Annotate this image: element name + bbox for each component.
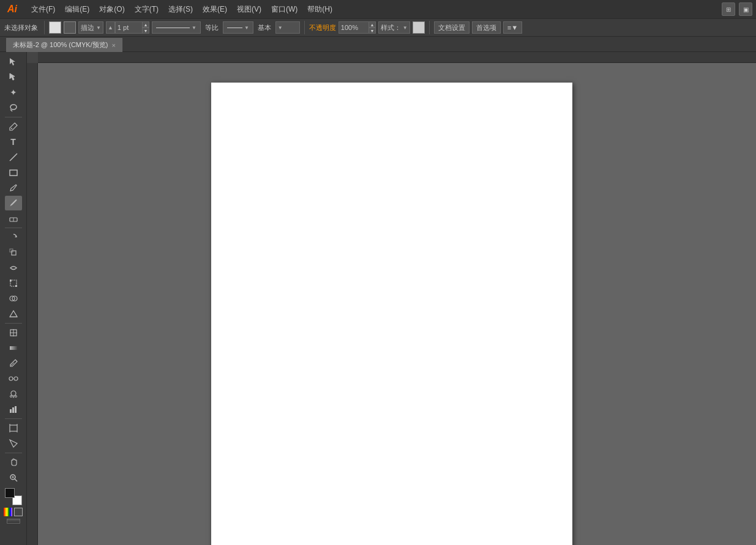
none-color-icon[interactable]	[14, 508, 23, 516]
workspace-switcher[interactable]: ▣	[739, 2, 752, 16]
tool-pen[interactable]	[5, 119, 22, 134]
title-bar-controls: ⊞ ▣	[722, 2, 752, 16]
color-area	[4, 488, 23, 524]
foreground-color-swatch[interactable]	[5, 488, 15, 498]
tool-rotate[interactable]	[5, 230, 22, 245]
menu-text[interactable]: 文字(T)	[130, 3, 163, 16]
svg-point-27	[11, 391, 16, 396]
tool-zoom[interactable]	[5, 470, 22, 485]
tab-title: 未标题-2 @ 100% (CMYK/预览)	[13, 40, 108, 50]
stroke-swatch[interactable]	[64, 21, 76, 34]
svg-point-28	[10, 396, 12, 398]
svg-point-30	[13, 396, 14, 398]
svg-line-23	[10, 363, 14, 366]
base-label: 基本	[256, 23, 273, 32]
tool-lasso[interactable]	[5, 100, 22, 115]
tool-pencil[interactable]	[5, 180, 22, 195]
menu-view[interactable]: 视图(V)	[233, 3, 266, 16]
svg-point-29	[15, 396, 17, 398]
stroke-dropdown[interactable]: 描边 ▼	[78, 21, 103, 34]
document-tab[interactable]: 未标题-2 @ 100% (CMYK/预览) ×	[6, 38, 122, 52]
tool-free-transform[interactable]	[5, 276, 22, 291]
svg-rect-34	[10, 425, 17, 431]
preferences-button[interactable]: 首选项	[472, 21, 501, 34]
tool-eyedropper[interactable]	[5, 356, 22, 371]
svg-rect-12	[15, 285, 17, 287]
tool-sep-4	[5, 418, 22, 419]
opacity-mode-dropdown[interactable]: 样式： ▼	[378, 21, 410, 34]
canvas-area[interactable]	[27, 52, 756, 545]
svg-line-1	[10, 109, 12, 111]
ruler-corner	[27, 52, 38, 63]
tool-column-graph[interactable]	[5, 402, 22, 417]
tool-perspective[interactable]	[5, 306, 22, 321]
tab-close-button[interactable]: ×	[111, 42, 115, 49]
svg-line-18	[13, 311, 17, 317]
menu-object[interactable]: 对象(O)	[95, 3, 129, 16]
stroke-weight-input[interactable]: 1 pt	[115, 21, 143, 34]
svg-rect-22	[10, 346, 17, 350]
tool-blend[interactable]	[5, 371, 22, 386]
tool-sep-1	[5, 117, 22, 117]
tool-scale[interactable]	[5, 245, 22, 260]
svg-point-24	[9, 377, 13, 380]
stroke-line-preview[interactable]: ▼	[152, 21, 201, 34]
tool-line[interactable]	[5, 150, 22, 165]
tool-sep-2	[5, 228, 22, 228]
stroke-weight-spinner[interactable]: ▲ ▼	[142, 21, 149, 34]
ruler-vertical	[27, 63, 38, 545]
tool-select[interactable]	[5, 54, 22, 69]
spin-down[interactable]: ▼	[142, 28, 149, 34]
color-mode-icon[interactable]	[4, 508, 12, 516]
tool-sep-5	[5, 453, 22, 453]
fill-swatch[interactable]	[49, 21, 61, 34]
style-swatch[interactable]	[413, 21, 425, 34]
menu-edit[interactable]: 编辑(E)	[61, 3, 94, 16]
tool-gradient[interactable]	[5, 341, 22, 355]
tool-direct-select[interactable]	[5, 70, 22, 84]
tool-warp[interactable]	[5, 261, 22, 275]
opacity-spin-up[interactable]: ▲	[369, 21, 376, 28]
opacity-spinner[interactable]: ▲ ▼	[369, 21, 376, 34]
opacity-input[interactable]: 100%	[339, 21, 369, 34]
doc-settings-button[interactable]: 文档设置	[434, 21, 470, 34]
menu-select[interactable]: 选择(S)	[164, 3, 197, 16]
svg-rect-13	[10, 280, 12, 281]
tool-eraser[interactable]	[5, 211, 22, 226]
separator-1	[44, 21, 45, 34]
screen-mode-button[interactable]	[7, 519, 20, 524]
menu-effect[interactable]: 效果(E)	[198, 3, 231, 16]
tool-text[interactable]: T	[5, 135, 22, 149]
extra-settings-button[interactable]: ≡▼	[503, 21, 522, 34]
color-mode-row	[4, 508, 23, 516]
menu-window[interactable]: 窗口(W)	[267, 3, 302, 16]
opacity-spin-down[interactable]: ▼	[369, 28, 376, 34]
toolbar: ✦ T	[0, 52, 27, 545]
menu-file[interactable]: 文件(F)	[27, 3, 59, 16]
ruler-horizontal	[38, 52, 756, 63]
color-swatches[interactable]	[5, 488, 22, 505]
svg-rect-9	[12, 251, 16, 255]
opacity-label: 不透明度	[309, 23, 336, 32]
search-icon[interactable]: ⊞	[722, 2, 735, 16]
tool-symbol-spray[interactable]	[5, 387, 22, 401]
svg-rect-4	[10, 170, 17, 176]
svg-point-2	[11, 128, 12, 129]
tool-rect[interactable]	[5, 165, 22, 180]
title-bar: Ai 文件(F) 编辑(E) 对象(O) 文字(T) 选择(S) 效果(E) 视…	[0, 0, 756, 18]
svg-rect-33	[15, 406, 17, 413]
base-dropdown[interactable]: ▼	[275, 21, 300, 34]
tool-artboard[interactable]	[5, 421, 22, 436]
tool-sep-3	[5, 323, 22, 324]
menu-help[interactable]: 帮助(H)	[303, 3, 337, 16]
tool-brush[interactable]	[5, 196, 22, 210]
spin-up[interactable]: ▲	[142, 21, 149, 28]
tool-slice[interactable]	[5, 436, 22, 451]
tool-hand[interactable]	[5, 455, 22, 470]
tool-shape-builder[interactable]	[5, 291, 22, 306]
tool-mesh[interactable]	[5, 325, 22, 340]
svg-line-40	[15, 479, 17, 481]
tool-magic-wand[interactable]: ✦	[5, 85, 22, 100]
ratio-dropdown[interactable]: ▼	[223, 21, 253, 34]
artboard	[211, 83, 572, 545]
